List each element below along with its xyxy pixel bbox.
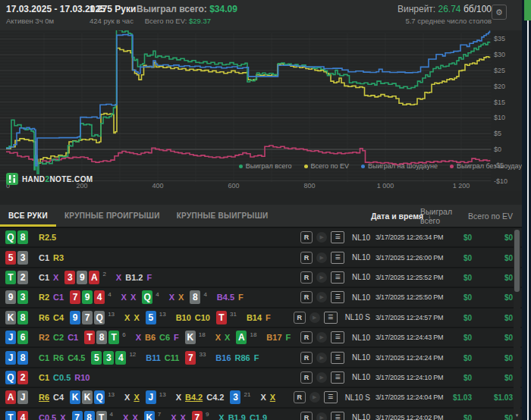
hand2note-logo-icon — [6, 173, 18, 185]
column-header-won[interactable]: Выиграл всего — [420, 205, 472, 227]
hand-ev-amount: $0 — [466, 234, 513, 242]
notes-icon[interactable]: ☰ — [331, 252, 344, 264]
scroll-down-icon[interactable]: ▾ — [514, 412, 520, 419]
stake-label: NL10 S — [345, 393, 370, 402]
play-icon[interactable]: ▶ — [316, 353, 327, 363]
hand-row[interactable]: K8R6C497Q13XX513B10C10T31B14FR▶☰NL10 S3/… — [0, 309, 522, 328]
action-token: C6 — [159, 333, 170, 342]
pot-size-sup: 7 — [158, 411, 161, 418]
hand-won-amount: $0 — [420, 253, 472, 262]
play-icon[interactable]: ▶ — [316, 332, 327, 343]
action-token: F — [238, 293, 244, 302]
action-token: R6 — [53, 353, 64, 362]
action-token: B4.2 — [185, 393, 203, 402]
play-icon[interactable]: ▶ — [309, 312, 320, 323]
action-token: C1.9 — [250, 413, 267, 420]
notes-icon[interactable]: ☰ — [331, 371, 344, 384]
hand-won-amount: $1.03 — [420, 393, 472, 402]
column-header-ev[interactable]: Всего по EV — [466, 205, 513, 227]
hand-row[interactable]: J6R2C2C1T8T6XB6C6FK18XXA18B17FR▶☰NL103/1… — [0, 328, 522, 348]
card: J — [17, 390, 28, 404]
card: 5 — [146, 311, 156, 324]
edge-green-block — [524, 0, 531, 20]
tab-крупные-проигрыши[interactable]: КРУПНЫЕ ПРОИГРЫШИ — [56, 205, 168, 227]
hand-row[interactable]: Q2C1C0.5R10R▶☰NL103/17/2025 12:24:10 PM$… — [0, 368, 522, 388]
action-token: X — [178, 293, 184, 302]
replay-button[interactable]: R — [300, 412, 313, 420]
hand-ev-amount: $0 — [466, 293, 513, 302]
pot-size-sup: 4 — [156, 291, 159, 298]
row-controls: R▶☰NL10 S — [294, 312, 370, 324]
hand-won-amount: $0 — [420, 293, 472, 302]
play-icon[interactable]: ▶ — [316, 412, 327, 420]
notes-icon[interactable]: ☰ — [331, 331, 344, 343]
svg-text:400: 400 — [152, 182, 163, 190]
play-icon[interactable]: ▶ — [316, 252, 327, 263]
replay-button[interactable]: R — [300, 371, 313, 384]
watermark-text: HAND2NOTE.COM — [22, 175, 93, 183]
svg-text:1 200: 1 200 — [453, 182, 470, 190]
card: 8 — [84, 411, 95, 420]
hand-row[interactable]: T4C0.5X78T4XXK7XX79XB1.9C1.9R▶☰NL103/17/… — [0, 409, 522, 420]
notes-icon[interactable]: ☰ — [331, 291, 344, 303]
row-controls: R▶☰NL10 — [300, 371, 370, 384]
notes-icon[interactable]: ☰ — [324, 391, 338, 403]
tab-all-hands[interactable]: ВСЕ РУКИ — [0, 205, 56, 227]
stake-label: NL10 — [352, 334, 370, 342]
replay-button[interactable]: R — [300, 271, 313, 284]
replay-button[interactable]: R — [300, 231, 313, 243]
tab-крупные-выигрыши[interactable]: КРУПНЫЕ ВЫИГРЫШИ — [168, 205, 277, 227]
notes-icon[interactable]: ☰ — [331, 352, 344, 364]
hand-won-amount: $0 — [420, 413, 472, 420]
legend-item: Выиграл на шоудауне — [361, 162, 438, 170]
edge-highlight-line — [527, 0, 529, 420]
hand-row[interactable]: 93R2C17944XXQ4XX84B4.5FR▶☰NL103/17/2025 … — [0, 288, 522, 308]
settings-gear-button[interactable]: ⚙ — [492, 5, 507, 20]
play-icon[interactable]: ▶ — [316, 272, 327, 283]
action-token: B16 — [215, 353, 231, 362]
replay-button[interactable]: R — [300, 331, 313, 343]
card: J — [146, 390, 156, 404]
pot-size-sup: 12 — [129, 351, 136, 358]
stake-label: NL10 — [352, 293, 370, 302]
svg-text:600: 600 — [228, 182, 239, 190]
replay-button[interactable]: R — [294, 312, 306, 324]
row-controls: R▶☰NL10 — [300, 291, 370, 303]
hand-row[interactable]: J8C1R6C4.553412B11C11733B16R86FR▶☰NL103/… — [0, 348, 522, 368]
replay-button[interactable]: R — [300, 291, 313, 303]
hand-row[interactable]: AJR6C4KKQ13XXJ13XB4.2C4.2321XXR▶☰NL10 S3… — [0, 388, 522, 408]
play-icon[interactable]: ▶ — [309, 392, 320, 403]
play-icon[interactable]: ▶ — [316, 232, 327, 243]
action-token: X — [176, 393, 181, 402]
notes-icon[interactable]: ☰ — [324, 312, 338, 324]
won-block: Выиграл всего: $34.09 Всего по EV: $29.3… — [137, 4, 211, 25]
ev-total-label: Всего по EV: — [145, 17, 187, 25]
notes-icon[interactable]: ☰ — [331, 271, 344, 284]
legend-label: Всего по EV — [311, 162, 349, 170]
action-token: C4 — [53, 313, 64, 322]
hand-row[interactable]: T2C1X39A2XB1.2FR▶☰NL103/17/2025 12:25:52… — [0, 268, 522, 288]
action-token: X — [225, 333, 230, 342]
notes-icon[interactable]: ☰ — [331, 412, 344, 420]
hole-cards: 93 — [5, 290, 30, 304]
notes-icon[interactable]: ☰ — [331, 231, 344, 243]
action-token: X — [53, 273, 58, 282]
play-icon[interactable]: ▶ — [316, 292, 327, 302]
stake-label: NL10 — [352, 373, 370, 381]
hands-per-hour: 424 рук в час — [90, 17, 136, 25]
card: 6 — [17, 331, 28, 344]
action-token: C11 — [165, 353, 180, 362]
scrollbar-thumb[interactable] — [514, 230, 520, 292]
replay-button[interactable]: R — [300, 352, 313, 364]
card: 3 — [230, 390, 240, 404]
card: 9 — [5, 290, 16, 304]
hand-row[interactable]: 53C1R3R▶☰NL103/17/2025 12:26:00 PM$0$0 — [0, 248, 522, 268]
replay-button[interactable]: R — [300, 252, 313, 264]
action-token: C2 — [53, 333, 64, 342]
play-icon[interactable]: ▶ — [316, 372, 327, 383]
action-token: R86 — [235, 353, 250, 362]
replay-button[interactable]: R — [294, 391, 306, 403]
action-token: B17 — [266, 333, 281, 342]
table-scrollbar[interactable] — [514, 228, 520, 420]
hand-row[interactable]: Q8R2.5R▶☰NL103/17/2025 12:26:34 PM$0$0 — [0, 228, 522, 248]
